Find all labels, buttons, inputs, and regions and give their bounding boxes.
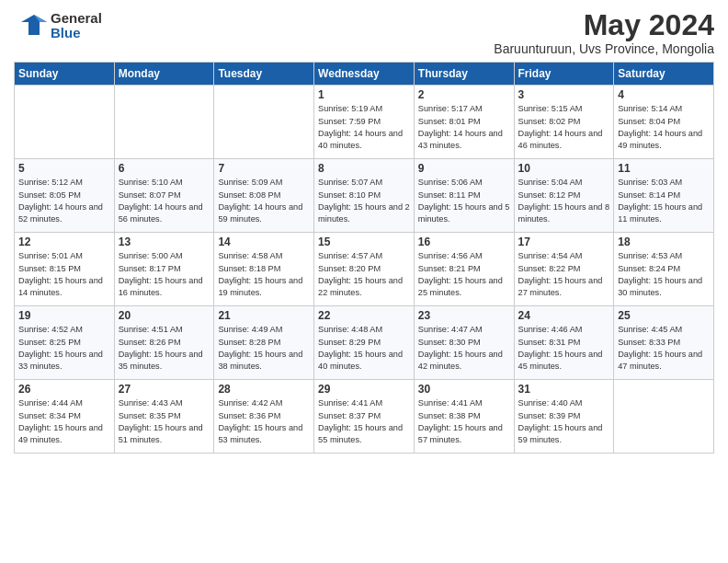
day-info-6: Sunrise: 5:10 AM Sunset: 8:07 PM Dayligh… (119, 177, 210, 225)
th-monday: Monday (114, 63, 214, 86)
header: General Blue May 2024 Baruunturuun, Uvs … (14, 9, 714, 56)
day-number-5: 5 (18, 162, 110, 175)
day-number-7: 7 (218, 162, 310, 175)
day-info-18: Sunrise: 4:53 AM Sunset: 8:24 PM Dayligh… (618, 250, 710, 299)
subtitle: Baruunturuun, Uvs Province, Mongolia (494, 41, 714, 56)
calendar-cell-w0-d2 (214, 86, 314, 159)
logo-general-text: General (51, 11, 102, 27)
day-info-17: Sunrise: 4:54 AM Sunset: 8:22 PM Dayligh… (518, 250, 610, 299)
calendar-cell-w2-d1: 13Sunrise: 5:00 AM Sunset: 8:17 PM Dayli… (114, 233, 214, 306)
day-number-15: 15 (318, 236, 410, 248)
logo-blue-text: Blue (51, 26, 102, 41)
calendar-cell-w3-d4: 23Sunrise: 4:47 AM Sunset: 8:30 PM Dayli… (414, 306, 514, 380)
day-number-4: 4 (618, 88, 710, 101)
day-info-4: Sunrise: 5:14 AM Sunset: 8:04 PM Dayligh… (618, 103, 710, 152)
day-info-14: Sunrise: 4:58 AM Sunset: 8:18 PM Dayligh… (218, 250, 310, 299)
day-number-13: 13 (119, 236, 210, 248)
calendar-cell-w1-d1: 6Sunrise: 5:10 AM Sunset: 8:07 PM Daylig… (114, 159, 214, 233)
week-row-3: 19Sunrise: 4:52 AM Sunset: 8:25 PM Dayli… (15, 306, 714, 380)
day-info-23: Sunrise: 4:47 AM Sunset: 8:30 PM Dayligh… (418, 324, 510, 373)
main-title: May 2024 (494, 9, 714, 41)
day-number-31: 31 (518, 383, 610, 396)
weekday-header-row: Sunday Monday Tuesday Wednesday Thursday… (15, 63, 714, 86)
day-number-18: 18 (618, 236, 710, 248)
calendar-table: Sunday Monday Tuesday Wednesday Thursday… (14, 62, 714, 454)
calendar-cell-w3-d3: 22Sunrise: 4:48 AM Sunset: 8:29 PM Dayli… (314, 306, 415, 380)
day-info-27: Sunrise: 4:43 AM Sunset: 8:35 PM Dayligh… (119, 397, 210, 446)
day-number-28: 28 (218, 383, 310, 396)
logo: General Blue (14, 9, 102, 42)
day-info-30: Sunrise: 4:41 AM Sunset: 8:38 PM Dayligh… (418, 397, 510, 446)
page: General Blue May 2024 Baruunturuun, Uvs … (0, 0, 728, 563)
day-number-19: 19 (18, 309, 110, 322)
day-info-19: Sunrise: 4:52 AM Sunset: 8:25 PM Dayligh… (18, 324, 110, 373)
logo-text: General Blue (51, 11, 102, 41)
day-info-13: Sunrise: 5:00 AM Sunset: 8:17 PM Dayligh… (119, 250, 210, 299)
title-block: May 2024 Baruunturuun, Uvs Province, Mon… (494, 9, 714, 56)
day-number-23: 23 (418, 309, 510, 322)
th-saturday: Saturday (614, 63, 714, 86)
day-info-8: Sunrise: 5:07 AM Sunset: 8:10 PM Dayligh… (318, 177, 410, 225)
calendar-cell-w2-d6: 18Sunrise: 4:53 AM Sunset: 8:24 PM Dayli… (614, 233, 714, 306)
calendar-cell-w4-d0: 26Sunrise: 4:44 AM Sunset: 8:34 PM Dayli… (15, 380, 115, 454)
day-number-17: 17 (518, 236, 610, 248)
calendar-cell-w1-d3: 8Sunrise: 5:07 AM Sunset: 8:10 PM Daylig… (314, 159, 415, 233)
calendar-cell-w4-d6 (614, 380, 714, 454)
calendar-cell-w3-d6: 25Sunrise: 4:45 AM Sunset: 8:33 PM Dayli… (614, 306, 714, 380)
day-info-15: Sunrise: 4:57 AM Sunset: 8:20 PM Dayligh… (318, 250, 410, 299)
week-row-1: 5Sunrise: 5:12 AM Sunset: 8:05 PM Daylig… (15, 159, 714, 233)
day-number-8: 8 (318, 162, 410, 175)
calendar-cell-w0-d6: 4Sunrise: 5:14 AM Sunset: 8:04 PM Daylig… (614, 86, 714, 159)
day-number-25: 25 (618, 309, 710, 322)
calendar-cell-w0-d1 (114, 86, 214, 159)
logo-icon (14, 9, 47, 42)
day-number-2: 2 (418, 88, 510, 101)
th-thursday: Thursday (414, 63, 514, 86)
day-number-27: 27 (119, 383, 210, 396)
week-row-4: 26Sunrise: 4:44 AM Sunset: 8:34 PM Dayli… (15, 380, 714, 454)
day-info-16: Sunrise: 4:56 AM Sunset: 8:21 PM Dayligh… (418, 250, 510, 299)
calendar-cell-w2-d2: 14Sunrise: 4:58 AM Sunset: 8:18 PM Dayli… (214, 233, 314, 306)
calendar-cell-w3-d1: 20Sunrise: 4:51 AM Sunset: 8:26 PM Dayli… (114, 306, 214, 380)
day-info-21: Sunrise: 4:49 AM Sunset: 8:28 PM Dayligh… (218, 324, 310, 373)
calendar-cell-w4-d2: 28Sunrise: 4:42 AM Sunset: 8:36 PM Dayli… (214, 380, 314, 454)
day-number-21: 21 (218, 309, 310, 322)
th-tuesday: Tuesday (214, 63, 314, 86)
day-number-29: 29 (318, 383, 410, 396)
calendar-cell-w3-d2: 21Sunrise: 4:49 AM Sunset: 8:28 PM Dayli… (214, 306, 314, 380)
day-number-3: 3 (518, 88, 610, 101)
day-number-30: 30 (418, 383, 510, 396)
day-info-22: Sunrise: 4:48 AM Sunset: 8:29 PM Dayligh… (318, 324, 410, 373)
calendar-cell-w0-d5: 3Sunrise: 5:15 AM Sunset: 8:02 PM Daylig… (514, 86, 614, 159)
calendar-cell-w2-d5: 17Sunrise: 4:54 AM Sunset: 8:22 PM Dayli… (514, 233, 614, 306)
th-wednesday: Wednesday (314, 63, 415, 86)
calendar-cell-w4-d5: 31Sunrise: 4:40 AM Sunset: 8:39 PM Dayli… (514, 380, 614, 454)
calendar-cell-w1-d4: 9Sunrise: 5:06 AM Sunset: 8:11 PM Daylig… (414, 159, 514, 233)
week-row-0: 1Sunrise: 5:19 AM Sunset: 7:59 PM Daylig… (15, 86, 714, 159)
day-info-10: Sunrise: 5:04 AM Sunset: 8:12 PM Dayligh… (518, 177, 610, 225)
day-info-11: Sunrise: 5:03 AM Sunset: 8:14 PM Dayligh… (618, 177, 710, 225)
calendar-cell-w1-d6: 11Sunrise: 5:03 AM Sunset: 8:14 PM Dayli… (614, 159, 714, 233)
day-info-7: Sunrise: 5:09 AM Sunset: 8:08 PM Dayligh… (218, 177, 310, 225)
day-info-9: Sunrise: 5:06 AM Sunset: 8:11 PM Dayligh… (418, 177, 510, 225)
calendar-cell-w0-d0 (15, 86, 115, 159)
day-number-22: 22 (318, 309, 410, 322)
day-info-12: Sunrise: 5:01 AM Sunset: 8:15 PM Dayligh… (18, 250, 110, 299)
th-friday: Friday (514, 63, 614, 86)
th-sunday: Sunday (15, 63, 115, 86)
day-number-9: 9 (418, 162, 510, 175)
day-info-24: Sunrise: 4:46 AM Sunset: 8:31 PM Dayligh… (518, 324, 610, 373)
day-info-5: Sunrise: 5:12 AM Sunset: 8:05 PM Dayligh… (18, 177, 110, 225)
day-info-28: Sunrise: 4:42 AM Sunset: 8:36 PM Dayligh… (218, 397, 310, 446)
calendar-cell-w1-d2: 7Sunrise: 5:09 AM Sunset: 8:08 PM Daylig… (214, 159, 314, 233)
calendar-cell-w4-d1: 27Sunrise: 4:43 AM Sunset: 8:35 PM Dayli… (114, 380, 214, 454)
day-number-24: 24 (518, 309, 610, 322)
day-number-10: 10 (518, 162, 610, 175)
calendar-cell-w4-d4: 30Sunrise: 4:41 AM Sunset: 8:38 PM Dayli… (414, 380, 514, 454)
day-info-31: Sunrise: 4:40 AM Sunset: 8:39 PM Dayligh… (518, 397, 610, 446)
day-number-11: 11 (618, 162, 710, 175)
calendar-cell-w4-d3: 29Sunrise: 4:41 AM Sunset: 8:37 PM Dayli… (314, 380, 415, 454)
day-info-26: Sunrise: 4:44 AM Sunset: 8:34 PM Dayligh… (18, 397, 110, 446)
day-info-2: Sunrise: 5:17 AM Sunset: 8:01 PM Dayligh… (418, 103, 510, 152)
day-number-12: 12 (18, 236, 110, 248)
